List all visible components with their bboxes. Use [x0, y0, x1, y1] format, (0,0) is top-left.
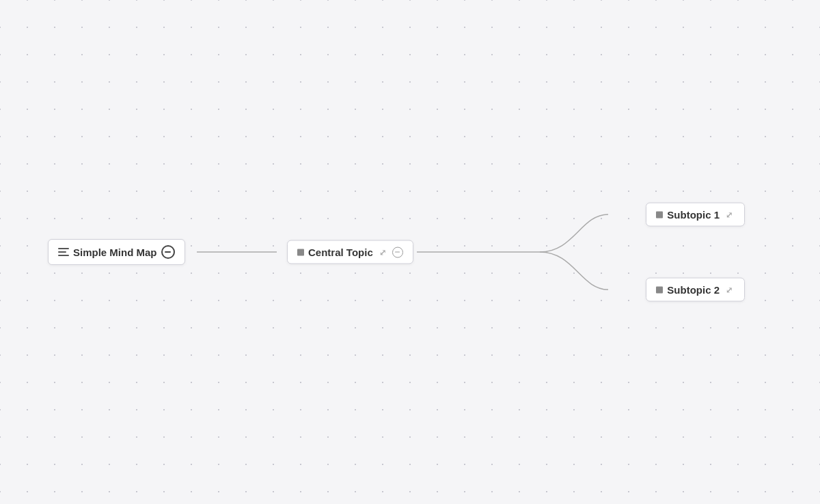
subtopic1-label: Subtopic 1 — [667, 209, 720, 221]
subtopic2-label: Subtopic 2 — [667, 284, 720, 296]
hamburger-icon — [58, 248, 69, 256]
central-node-label: Central Topic — [308, 247, 373, 258]
central-expand-icon[interactable]: ⤢ — [377, 247, 388, 257]
central-collapse-button[interactable] — [392, 247, 403, 257]
mindmap-container: Simple Mind Map Central Topic ⤢ Subtopic… — [34, 115, 786, 389]
subtopic1-node[interactable]: Subtopic 1 ⤢ — [646, 203, 745, 227]
root-collapse-button[interactable] — [161, 245, 175, 259]
central-node[interactable]: Central Topic ⤢ — [287, 240, 413, 264]
subtopic2-expand-icon[interactable]: ⤢ — [724, 284, 735, 295]
subtopic1-icon — [656, 211, 663, 218]
subtopic2-node[interactable]: Subtopic 2 ⤢ — [646, 278, 745, 302]
root-node[interactable]: Simple Mind Map — [48, 239, 185, 265]
mindmap-canvas[interactable]: Simple Mind Map Central Topic ⤢ Subtopic… — [0, 0, 820, 504]
subtopic1-expand-icon[interactable]: ⤢ — [724, 209, 735, 220]
subtopic2-icon — [656, 286, 663, 293]
root-node-label: Simple Mind Map — [73, 247, 157, 258]
central-node-icon — [297, 249, 304, 255]
